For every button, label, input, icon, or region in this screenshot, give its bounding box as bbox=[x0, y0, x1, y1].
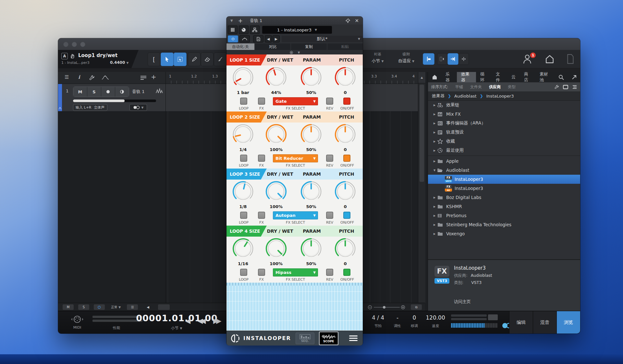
loop-1-fx-checkbox[interactable] bbox=[258, 98, 265, 105]
plugin-menu-icon[interactable] bbox=[349, 334, 358, 342]
panel-view-icon[interactable] bbox=[563, 85, 568, 89]
add-insert-icon[interactable]: + bbox=[238, 18, 243, 24]
tree-item-mix-fx[interactable]: ▶Mix FX bbox=[428, 110, 580, 119]
loop-2-loop-checkbox[interactable] bbox=[240, 155, 247, 162]
macro-knob-button[interactable] bbox=[239, 26, 249, 34]
collapsed-arrow-icon[interactable]: ▶ bbox=[433, 160, 436, 163]
horizontal-scrollbar-thumb[interactable] bbox=[158, 304, 170, 310]
loop-2-knob-3[interactable] bbox=[299, 123, 324, 146]
list-view-icon[interactable] bbox=[572, 85, 577, 89]
view-mode-1-button[interactable]: 编辑 bbox=[509, 311, 533, 334]
home-icon[interactable] bbox=[545, 54, 555, 64]
global-solo-button[interactable]: S bbox=[78, 304, 89, 310]
loop-4-knob-4[interactable] bbox=[333, 237, 358, 260]
tree-item--[interactable]: ▶最近使用 bbox=[428, 146, 580, 155]
tree-item-voxengo[interactable]: ▶Voxengo bbox=[428, 229, 580, 238]
preset-file-button[interactable] bbox=[253, 35, 263, 42]
loop-2-fx-select-dropdown[interactable]: Bit Reducer▼ bbox=[273, 154, 318, 162]
loop-3-rev-checkbox[interactable] bbox=[326, 212, 333, 219]
loop-1-rev-checkbox[interactable] bbox=[326, 98, 333, 105]
browser-tab-5[interactable]: 云 bbox=[507, 72, 520, 82]
browser-search-button[interactable] bbox=[555, 72, 568, 82]
wrench-icon[interactable] bbox=[555, 85, 559, 89]
track-record-button[interactable] bbox=[101, 87, 115, 97]
autoscroll-page-button[interactable] bbox=[437, 53, 447, 65]
tree-item--ara-[interactable]: ▶事件编辑器（ARA） bbox=[428, 119, 580, 128]
marquee-tool-button[interactable] bbox=[174, 53, 187, 66]
gear-icon[interactable] bbox=[289, 51, 293, 54]
loop-4-knob-3[interactable] bbox=[299, 237, 324, 260]
loop-3-fx-checkbox[interactable] bbox=[258, 212, 265, 219]
automation-track-info[interactable]: A Loop1 dry/wet 1 - InstaL...per3 0.4400… bbox=[58, 50, 139, 68]
loop-1-fx-select-dropdown[interactable]: Gate▼ bbox=[273, 97, 318, 105]
arrow-tool-button[interactable] bbox=[161, 53, 174, 66]
routing-button[interactable] bbox=[250, 26, 260, 34]
lanes-menu-icon[interactable]: ☰ bbox=[127, 304, 138, 310]
automation-read-button[interactable] bbox=[239, 35, 250, 42]
collapsed-arrow-icon[interactable]: ▶ bbox=[433, 232, 436, 235]
breadcrumb-item[interactable]: 效果器 bbox=[432, 93, 445, 99]
collapsed-arrow-icon[interactable]: ▶ bbox=[433, 140, 436, 143]
plugin-power-button[interactable]: ⏻ bbox=[228, 35, 238, 42]
collapsed-arrow-icon[interactable]: ▶ bbox=[433, 104, 436, 107]
close-icon[interactable]: ✕ bbox=[355, 18, 359, 24]
tree-item-instalooper3[interactable]: FXAUInstaLooper3 bbox=[428, 184, 580, 193]
loop-1-onoff-toggle[interactable] bbox=[343, 98, 350, 105]
prev-preset-button[interactable]: ◀ bbox=[265, 35, 272, 42]
browser-tab-4[interactable]: 文件 bbox=[492, 72, 507, 82]
document-icon[interactable] bbox=[566, 54, 575, 64]
browser-tab-1[interactable]: 乐器 bbox=[441, 72, 457, 82]
loop-1-knob-4[interactable] bbox=[333, 66, 358, 89]
tempo-value[interactable]: 120.00 bbox=[421, 314, 450, 321]
automation-curve-icon[interactable] bbox=[102, 75, 109, 80]
zoom-slider[interactable] bbox=[367, 305, 406, 310]
track-input-selector[interactable]: 输入 L+R 立体声 bbox=[73, 104, 107, 111]
tree-item-kshmr[interactable]: ▶KSHMR bbox=[428, 202, 580, 211]
rewind-button[interactable]: ◀◀ bbox=[198, 317, 203, 325]
loop-1-knob-3[interactable] bbox=[299, 66, 324, 89]
tree-item-audioblast[interactable]: ▼Audioblast bbox=[428, 166, 580, 175]
browser-home-button[interactable] bbox=[428, 72, 441, 82]
track-volume-slider[interactable] bbox=[73, 100, 156, 102]
tree-item--[interactable]: ▶FX效果链 bbox=[428, 100, 580, 110]
split-scroll-button[interactable] bbox=[458, 53, 469, 65]
loop-4-rev-checkbox[interactable] bbox=[326, 269, 333, 276]
global-mute-button[interactable]: M bbox=[63, 304, 74, 310]
tree-item-steinberg-media-technologies[interactable]: ▶Steinberg Media Technologies bbox=[428, 220, 580, 229]
time-unit-selector[interactable]: 小节 ▼ bbox=[129, 325, 224, 331]
track-mute-button[interactable]: M bbox=[73, 87, 87, 97]
channel-strip-button[interactable] bbox=[228, 26, 238, 34]
chevron-down-icon[interactable]: ▼ bbox=[298, 51, 300, 54]
track-layers-icon[interactable] bbox=[140, 75, 147, 80]
track-solo-button[interactable]: S bbox=[87, 87, 101, 97]
loop-2-knob-4[interactable] bbox=[333, 123, 358, 146]
scrollbar-thumb[interactable] bbox=[420, 85, 424, 182]
scroll-up-arrow-icon[interactable]: ▲ bbox=[418, 72, 425, 83]
tree-item-boz-digital-labs[interactable]: ▶Boz Digital Labs bbox=[428, 193, 580, 202]
collapsed-arrow-icon[interactable]: ▶ bbox=[433, 113, 436, 116]
insert-selector-dropdown[interactable]: 1 - InstaLooper3▼ bbox=[262, 26, 332, 34]
loop-2-knob-1[interactable] bbox=[231, 123, 255, 146]
timebase-selector[interactable]: 时基 小节 ▼ bbox=[366, 52, 389, 64]
collapse-chevron-icon[interactable]: ▼ bbox=[230, 19, 233, 22]
loop-3-fx-select-dropdown[interactable]: Autopan▼ bbox=[273, 211, 318, 219]
inspector-icon[interactable]: i bbox=[78, 74, 80, 80]
scope-view-button[interactable]: SCOPE bbox=[319, 332, 338, 345]
loop-3-knob-1[interactable] bbox=[231, 180, 255, 203]
snap-toggle-button[interactable] bbox=[423, 53, 434, 65]
loop-4-fx-select-dropdown[interactable]: Hipass▼ bbox=[273, 268, 318, 276]
add-track-icon[interactable]: + bbox=[151, 73, 156, 81]
compare-button[interactable]: 对比 bbox=[255, 43, 290, 50]
loop-4-fx-checkbox[interactable] bbox=[258, 269, 265, 276]
loop-1-knob-1[interactable] bbox=[231, 66, 255, 89]
loop-2-onoff-toggle[interactable] bbox=[343, 155, 350, 162]
pin-icon[interactable] bbox=[346, 18, 350, 23]
visit-homepage-link[interactable]: 访问主页 bbox=[454, 299, 471, 305]
tracklist-divider[interactable] bbox=[165, 72, 166, 303]
wrench-icon[interactable] bbox=[89, 75, 95, 80]
view-mode-3-button[interactable]: 浏览 bbox=[556, 311, 580, 334]
sort-option-2[interactable]: 文件夹 bbox=[470, 84, 482, 90]
scroll-left-arrow-icon[interactable]: ◀ bbox=[142, 304, 153, 310]
seq-view-button[interactable]: SEQ. bbox=[296, 333, 314, 344]
range-tool-button[interactable]: [ bbox=[148, 53, 160, 66]
